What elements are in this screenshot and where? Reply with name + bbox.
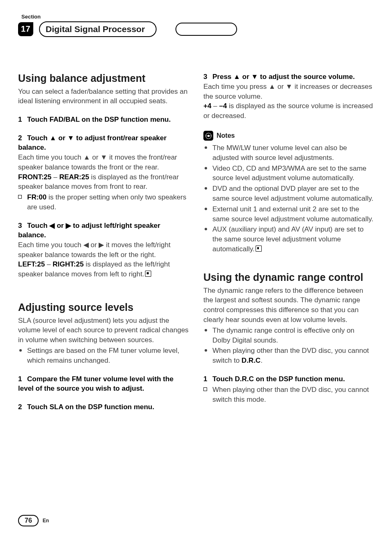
left-value: LEFT:25 — [18, 260, 45, 268]
step-number: 1 — [203, 375, 212, 384]
drc-step1: 1Touch D.R.C on the DSP function menu. — [203, 375, 374, 384]
note-3: DVD and the optional DVD player are set … — [203, 184, 374, 204]
drc-step1-body: When playing other than the DVD disc, yo… — [203, 385, 374, 405]
balance-step2-disp: FRONT:25 – REAR:25 is displayed as the f… — [18, 172, 189, 192]
heading-balance: Using balance adjustment — [18, 72, 189, 84]
minus-value: –4 — [219, 102, 227, 110]
step-text: Touch FAD/BAL on the DSP function menu. — [27, 116, 171, 123]
step-number: 1 — [18, 115, 27, 125]
drc-bullet2b: D.R.C — [242, 357, 261, 364]
step-text: Touch SLA on the DSP function menu. — [27, 403, 154, 411]
sla-step3-disp: +4 – –4 is displayed as the source volum… — [203, 101, 374, 121]
sla-step3-body2: is displayed as the source volume is inc… — [203, 102, 373, 120]
dash: – — [211, 102, 219, 110]
drc-bullet2c: . — [261, 357, 263, 364]
notes-label: Notes — [217, 131, 235, 140]
notes-heading: Notes — [203, 131, 374, 141]
note-2: Video CD, CD and MP3/WMA are set to the … — [203, 164, 374, 183]
balance-step3: 3Touch ◀ or ▶ to adjust left/right speak… — [18, 221, 189, 240]
section-label: Section — [21, 13, 374, 21]
step-text: Touch ◀ or ▶ to adjust left/right speake… — [18, 222, 160, 239]
header-row: 17 Digital Signal Processor — [18, 21, 374, 37]
step-number: 1 — [18, 375, 27, 384]
step-number: 2 — [18, 134, 27, 143]
footer: 76 En — [18, 515, 49, 526]
fr00-value: FR:00 — [27, 193, 46, 201]
left-column: Using balance adjustment You can select … — [18, 72, 189, 412]
spacer — [18, 279, 189, 301]
page-number: 76 — [18, 515, 39, 526]
plus-value: +4 — [203, 102, 211, 110]
dash: – — [45, 260, 53, 268]
step-text: Touch D.R.C on the DSP function menu. — [212, 375, 345, 383]
right-column: 3Press ▲ or ▼ to adjust the source volum… — [203, 72, 374, 412]
language-label: En — [43, 517, 49, 524]
end-mark-icon — [145, 271, 151, 277]
note-1: The MW/LW tuner volume level can also be… — [203, 143, 374, 163]
note-4: External unit 1 and external unit 2 are … — [203, 204, 374, 224]
step-text: Press ▲ or ▼ to adjust the source volume… — [212, 73, 355, 81]
step-number: 3 — [203, 72, 212, 82]
sla-step1: 1Compare the FM tuner volume level with … — [18, 375, 189, 394]
rear-value: REAR:25 — [59, 173, 89, 181]
heading-drc: Using the dynamic range control — [203, 271, 374, 283]
note-5-text: AUX (auxiliary input) and AV (AV input) … — [212, 225, 364, 253]
drc-bullet2a: When playing other than the DVD disc, yo… — [212, 347, 369, 364]
sla-step3: 3Press ▲ or ▼ to adjust the source volum… — [203, 72, 374, 82]
drc-bullet1: The dynamic range control is effective o… — [203, 326, 374, 345]
step-text: Touch ▲ or ▼ to adjust front/rear speake… — [18, 134, 166, 151]
sla-bullet: Settings are based on the FM tuner volum… — [18, 346, 189, 366]
balance-step2-body1: Each time you touch ▲ or ▼ it moves the … — [18, 153, 189, 172]
heading-sla: Adjusting source levels — [18, 301, 189, 313]
notes-icon — [203, 131, 213, 141]
spacer — [203, 254, 374, 271]
step-text: Compare the FM tuner volume level with t… — [18, 375, 173, 392]
chapter-title: Digital Signal Processor — [39, 21, 157, 37]
end-mark-icon — [256, 246, 262, 252]
balance-step3-disp: LEFT:25 – RIGHT:25 is displayed as the l… — [18, 259, 189, 279]
fr00-body: is the proper setting when only two spea… — [27, 193, 186, 211]
page: Section 17 Digital Signal Processor Usin… — [0, 0, 392, 535]
step-number: 2 — [18, 403, 27, 412]
balance-intro: You can select a fader/balance setting t… — [18, 87, 189, 107]
balance-step2: 2Touch ▲ or ▼ to adjust front/rear speak… — [18, 134, 189, 153]
sla-step2: 2Touch SLA on the DSP function menu. — [18, 403, 189, 412]
right-value: RIGHT:25 — [53, 260, 84, 268]
section-number-badge: 17 — [18, 22, 33, 36]
note-5: AUX (auxiliary input) and AV (AV input) … — [203, 225, 374, 254]
content-columns: Using balance adjustment You can select … — [18, 72, 374, 412]
drc-bullet2: When playing other than the DVD disc, yo… — [203, 346, 374, 366]
blank-pill — [175, 23, 237, 36]
balance-step2-fr00: FR:00 is the proper setting when only tw… — [18, 192, 189, 212]
balance-step1: 1Touch FAD/BAL on the DSP function menu. — [18, 115, 189, 125]
drc-intro: The dynamic range refers to the differen… — [203, 286, 374, 325]
step-number: 3 — [18, 221, 27, 231]
sla-intro: SLA (source level adjustment) lets you a… — [18, 316, 189, 345]
dash: – — [51, 173, 59, 181]
sla-step3-body1: Each time you press ▲ or ▼ it increases … — [203, 82, 374, 102]
front-value: FRONT:25 — [18, 173, 51, 181]
balance-step3-body1: Each time you touch ◀ or ▶ it moves the … — [18, 240, 189, 260]
